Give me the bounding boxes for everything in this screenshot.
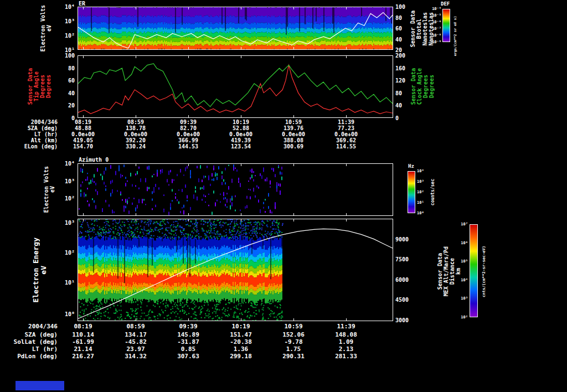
- tick-label: 10²: [65, 195, 75, 202]
- blue-rectangle: [16, 381, 64, 390]
- tick-label: 60: [68, 78, 75, 84]
- colorbar1-title: DEF: [441, 1, 450, 7]
- tick-label: 10³: [461, 296, 468, 301]
- ephem-value: 330.24: [126, 143, 146, 149]
- ephem-time: 10:19: [233, 119, 249, 125]
- colorbar1-scale: 10⁻⁴10⁻⁵10⁻⁶10⁻⁷10⁻⁸10⁻⁹: [425, 9, 441, 42]
- tick-label: 9000: [395, 236, 409, 243]
- ephem-value: 48.88: [75, 125, 91, 131]
- ephem-value: 0.0e+00: [177, 131, 200, 137]
- science-plot-screen: ER Electron Volts eV 10⁴10³10²10¹ 100806…: [0, 0, 567, 392]
- panel1-y-axis-label: Electron Volts eV: [39, 7, 53, 50]
- ephem-value: 110.14: [72, 331, 94, 338]
- colorbar4-scale: 10⁷10⁶10⁵10⁴10³10²: [451, 224, 468, 317]
- tick-label: 10⁻⁶: [432, 20, 441, 24]
- tick-label: 10⁵: [461, 259, 468, 264]
- ephem-value: 52.88: [233, 125, 249, 131]
- ephem-value: 123.54: [231, 143, 251, 149]
- panel3-ylabel-line1: Electron Volts: [44, 166, 49, 213]
- ephem-time: 10:19: [231, 323, 250, 330]
- tick-label: 40: [395, 36, 402, 42]
- ephemeris-table-1: 2004/34608:1908:5909:3910:1910:5911:39SZ…: [0, 119, 567, 152]
- tick-label: 80: [68, 65, 75, 71]
- tick-label: 100: [395, 4, 405, 10]
- ephem-value: 0.0e+00: [282, 131, 305, 137]
- ephem-time: 09:39: [180, 119, 197, 125]
- er-spectrogram: [78, 7, 393, 50]
- panel2-left-label-3: Degrees: [40, 75, 45, 98]
- ephem-value: 77.23: [338, 125, 354, 131]
- tick-label: 10⁻⁹: [432, 40, 441, 44]
- ephem-value: 392.20: [126, 137, 146, 143]
- ephem-value: 369.62: [336, 137, 356, 143]
- panel2-left-label-block: Sensor Data Tip Angle Degrees Degrees: [27, 56, 52, 116]
- ephem-time: 08:19: [75, 119, 91, 125]
- ephem-value: 0.0e+00: [71, 131, 95, 137]
- panel4-ylabel-line1: Electron Energy: [32, 238, 39, 302]
- tick-label: 10⁴: [65, 4, 75, 10]
- ephem-value: 2.13: [339, 345, 354, 353]
- ephem-value: 1.75: [286, 345, 301, 353]
- ephem-value: 0.85: [181, 345, 196, 353]
- ephem-value: 82.70: [180, 125, 197, 131]
- azimuth0-spectrogram: [78, 163, 393, 216]
- colorbar1: [442, 9, 450, 42]
- tick-label: 6000: [395, 277, 409, 283]
- ephem-value: 23.97: [126, 345, 145, 353]
- tick-label: 10⁻⁴: [432, 7, 441, 11]
- ephem-time: 10:59: [284, 323, 302, 330]
- panel4-right-label-2: MEX Alt/Mars/Pd: [444, 246, 449, 296]
- panel2-right-label-2: Clock Angle: [417, 68, 422, 105]
- panel4-y-axis: 10³10²10¹10⁰: [56, 219, 75, 321]
- ephem-value: 151.47: [230, 331, 252, 338]
- ephem-value: 0.0e+00: [124, 131, 147, 137]
- panel1-ylabel-line1: Electron Volts: [40, 5, 46, 51]
- panel3-y-axis: 10⁴10³10²: [56, 163, 75, 216]
- ephem-time: 08:59: [126, 323, 145, 330]
- ephem-value: 307.63: [177, 353, 199, 360]
- ephem-time: 11:39: [338, 119, 354, 125]
- tick-label: 80: [395, 14, 402, 20]
- ephem-date: 2004/346: [4, 119, 58, 125]
- tick-label: 10⁴: [461, 278, 468, 282]
- ephem-value: 314.32: [125, 353, 147, 360]
- colorbar1-units-block: ergs/(cm**2 sr eV s): [452, 0, 458, 72]
- colorbar3: [408, 171, 415, 213]
- ephem-value: 419.39: [231, 137, 251, 143]
- ephem-row-label: SZA (deg): [4, 125, 58, 131]
- ephem-value: 145.89: [177, 331, 199, 338]
- ephem-value: 300.69: [284, 143, 303, 149]
- ephem-row-label: SZA (deg): [4, 331, 58, 338]
- ephem-value: 21.14: [74, 345, 92, 353]
- tick-label: 10²: [65, 33, 75, 39]
- ephem-row-label: ELon (deg): [4, 143, 58, 149]
- ephem-value: 134.17: [125, 331, 147, 338]
- ephem-value: 366.99: [178, 137, 198, 143]
- ephemeris-table-2: 2004/34608:1908:5909:3910:1910:5911:39SZ…: [0, 323, 567, 362]
- tick-label: 10⁶: [461, 241, 468, 245]
- ephem-row-label: LT (hr): [4, 131, 58, 137]
- tick-label: 7500: [395, 256, 409, 262]
- ephem-value: 152.06: [282, 331, 305, 338]
- ephem-value: 154.70: [73, 143, 93, 149]
- tick-label: 10⁻⁵: [432, 13, 441, 18]
- ephem-value: 290.31: [282, 353, 305, 360]
- ephem-time: 09:39: [179, 323, 197, 330]
- ephem-time: 08:59: [127, 119, 144, 125]
- ephem-value: 0.0e+00: [334, 131, 358, 137]
- tick-label: 60: [395, 25, 402, 32]
- tick-label: 10⁰: [65, 311, 75, 317]
- ephem-value: 299.18: [230, 353, 252, 360]
- panel2-left-axis: 100806040200: [56, 55, 75, 118]
- ephem-value: 1.36: [234, 345, 249, 353]
- panel3-title: Azimuth 0: [79, 157, 109, 163]
- ephem-time: 08:19: [74, 323, 92, 330]
- tick-label: 3000: [395, 317, 409, 323]
- ephem-value: 114.55: [336, 143, 356, 149]
- ephem-value: -9.78: [284, 338, 302, 345]
- panel1-ylabel-line2: eV: [47, 25, 52, 32]
- colorbar3-scale: 10⁴10³10²10¹10⁰: [417, 171, 429, 213]
- tick-label: 10⁴: [65, 161, 75, 167]
- panel1-y-axis: 10⁴10³10²10¹: [56, 7, 75, 50]
- panel3-ylabel-line2: eV: [50, 186, 55, 193]
